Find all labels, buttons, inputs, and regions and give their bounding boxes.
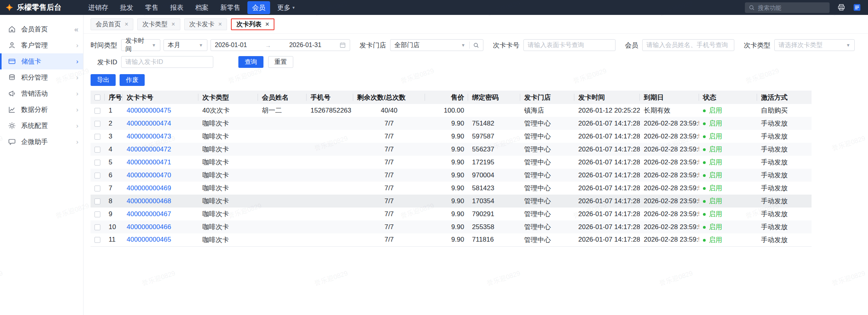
activation-cell: 自助购买 — [757, 104, 812, 117]
row-checkbox[interactable] — [94, 186, 100, 191]
reset-button[interactable]: 重置 — [268, 56, 293, 68]
card-no-link[interactable]: 400000000473 — [127, 133, 171, 140]
chevron-down-icon: ▼ — [149, 43, 156, 47]
sidebar-item-stored-value-card[interactable]: 储值卡 › — [0, 53, 83, 69]
filter-buttons: 查询 重置 — [238, 56, 293, 68]
row-checkbox[interactable] — [94, 198, 100, 204]
tab-member-home[interactable]: 会员首页× — [91, 18, 133, 30]
nav-item-more[interactable]: 更多▾ — [272, 1, 300, 14]
table-row[interactable]: 11 400000000465 咖啡次卡 7/7 9.90 711816 管理中… — [91, 233, 812, 246]
table-row[interactable]: 9 400000000467 咖啡次卡 7/7 9.90 790291 管理中心… — [91, 208, 812, 220]
card-no-link[interactable]: 400000000469 — [127, 184, 171, 192]
void-button[interactable]: 作废 — [120, 74, 145, 86]
card-no-link[interactable]: 400000000467 — [127, 210, 171, 218]
sidebar-item-member-home[interactable]: 会员首页 « — [0, 21, 83, 37]
table-row[interactable]: 4 400000000472 咖啡次卡 7/7 9.90 556237 管理中心… — [91, 143, 812, 156]
sidebar-item-label: 数据分析 — [21, 105, 48, 114]
tab-card-issue[interactable]: 次卡发卡× — [184, 18, 227, 30]
card-no-link[interactable]: 400000000475 — [127, 107, 171, 114]
row-checkbox[interactable] — [94, 237, 100, 243]
phone-cell — [307, 182, 353, 195]
store-select[interactable]: 全部门店 ▼ — [390, 39, 483, 51]
table-row[interactable]: 5 400000000471 咖啡次卡 7/7 9.90 172195 管理中心… — [91, 156, 812, 169]
printer-icon[interactable] — [837, 4, 845, 11]
global-search[interactable] — [745, 2, 830, 13]
card-type-cell: 咖啡次卡 — [198, 182, 258, 195]
card-no-link[interactable]: 400000000465 — [127, 236, 171, 243]
tab-card-type[interactable]: 次卡类型× — [137, 18, 180, 30]
global-search-input[interactable] — [758, 4, 821, 11]
sidebar-item-points-management[interactable]: 积分管理 › — [0, 69, 83, 86]
sidebar-item-label: 积分管理 — [21, 73, 48, 82]
date-range-picker[interactable]: 2026-01-01 → 2026-01-31 — [211, 39, 350, 51]
sidebar-item-wecom-assistant[interactable]: 企微助手 › — [0, 134, 83, 150]
card-type-select[interactable]: 请选择次卡类型▼ — [774, 39, 855, 51]
status-badge: 启用 — [709, 197, 722, 205]
collapse-sidebar-icon[interactable]: « — [74, 25, 78, 34]
issue-time-cell: 2026-01-07 14:17:28 — [574, 117, 640, 130]
nav-item-member[interactable]: 会员 — [247, 1, 270, 14]
row-checkbox[interactable] — [94, 121, 100, 127]
card-no-link[interactable]: 400000000468 — [127, 197, 171, 205]
table-row[interactable]: 10 400000000466 咖啡次卡 7/7 9.90 255358 管理中… — [91, 220, 812, 233]
nav-item-retail[interactable]: 零售 — [140, 1, 163, 14]
activation-cell: 手动发放 — [757, 208, 812, 220]
issue-time-cell: 2026-01-07 14:17:28 — [574, 220, 640, 233]
issue-id-input[interactable] — [121, 56, 213, 68]
member-input[interactable] — [642, 39, 734, 51]
close-icon[interactable]: × — [218, 21, 222, 27]
sidebar-item-marketing-activities[interactable]: 营销活动 › — [0, 86, 83, 102]
row-checkbox[interactable] — [94, 108, 100, 114]
expiry-cell: 2026-02-28 23:59:59 — [640, 208, 699, 220]
tab-card-list[interactable]: 次卡列表× — [231, 18, 274, 30]
card-type-cell: 咖啡次卡 — [198, 233, 258, 246]
nav-item-wholesale[interactable]: 批发 — [115, 1, 138, 14]
topbar-right — [745, 2, 861, 13]
card-type-cell: 40次次卡 — [198, 104, 258, 117]
seq-cell: 9 — [105, 208, 123, 220]
row-checkbox[interactable] — [94, 134, 100, 140]
store-search-icon[interactable] — [473, 42, 479, 48]
nav-item-archives[interactable]: 档案 — [191, 1, 213, 14]
row-checkbox[interactable] — [94, 211, 100, 217]
app-title: 乐檬零售后台 — [17, 2, 62, 13]
card-no-link[interactable]: 400000000466 — [127, 223, 171, 231]
table-row[interactable]: 8 400000000468 咖啡次卡 7/7 9.90 170354 管理中心… — [91, 195, 812, 208]
sidebar-item-customer-management[interactable]: 客户管理 › — [0, 37, 83, 53]
sidebar-item-system-config[interactable]: 系统配置 › — [0, 118, 83, 134]
period-select[interactable]: 本月▼ — [163, 39, 207, 51]
select-all-checkbox[interactable] — [94, 95, 100, 100]
export-button[interactable]: 导出 — [91, 74, 116, 86]
tab-bar: 会员首页× 次卡类型× 次卡发卡× 次卡列表× — [84, 15, 868, 34]
time-type-select[interactable]: 发卡时间▼ — [121, 39, 160, 51]
card-no-link[interactable]: 400000000470 — [127, 171, 171, 179]
card-no-link[interactable]: 400000000472 — [127, 146, 171, 153]
table-row[interactable]: 1 400000000475 40次次卡 胡一二 15267852263 40/… — [91, 104, 812, 117]
chevron-right-icon: › — [76, 58, 78, 65]
close-icon[interactable]: × — [125, 21, 128, 27]
sidebar-item-data-analysis[interactable]: 数据分析 › — [0, 102, 83, 118]
row-checkbox[interactable] — [94, 224, 100, 230]
search-button[interactable]: 查询 — [238, 56, 263, 68]
card-no-link[interactable]: 400000000471 — [127, 158, 171, 166]
expiry-cell: 2026-02-28 23:59:59 — [640, 169, 699, 182]
nav-item-new-retail[interactable]: 新零售 — [216, 1, 245, 14]
table-row[interactable]: 2 400000000474 咖啡次卡 7/7 9.90 751482 管理中心… — [91, 117, 812, 130]
price-cell: 9.90 — [425, 169, 468, 182]
app-grid-icon[interactable] — [853, 4, 861, 11]
card-no-input[interactable] — [523, 39, 616, 51]
close-icon[interactable]: × — [171, 21, 175, 27]
activation-cell: 手动发放 — [757, 233, 812, 246]
nav-item-inventory[interactable]: 进销存 — [84, 1, 113, 14]
table-row[interactable]: 6 400000000470 咖啡次卡 7/7 9.90 970004 管理中心… — [91, 169, 812, 182]
store-cell: 管理中心 — [520, 182, 574, 195]
table-row[interactable]: 7 400000000469 咖啡次卡 7/7 9.90 581423 管理中心… — [91, 182, 812, 195]
table-body: 1 400000000475 40次次卡 胡一二 15267852263 40/… — [91, 104, 812, 246]
row-checkbox[interactable] — [94, 147, 100, 153]
close-icon[interactable]: × — [265, 21, 269, 27]
table-row[interactable]: 3 400000000473 咖啡次卡 7/7 9.90 597587 管理中心… — [91, 130, 812, 143]
row-checkbox[interactable] — [94, 160, 100, 166]
nav-item-reports[interactable]: 报表 — [165, 1, 188, 14]
row-checkbox[interactable] — [94, 173, 100, 178]
card-no-link[interactable]: 400000000474 — [127, 120, 171, 127]
